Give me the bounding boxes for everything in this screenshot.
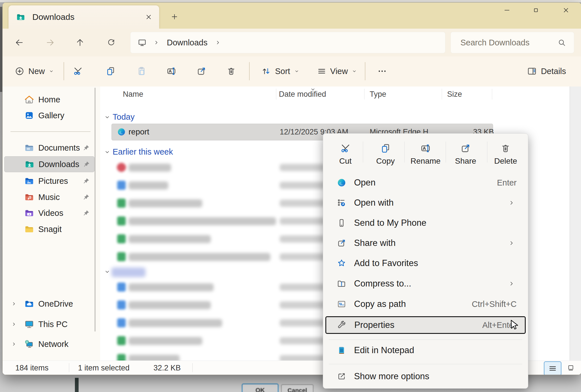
- details-view-toggle[interactable]: [544, 361, 561, 375]
- menu-item-label: Add to Favorites: [354, 258, 525, 268]
- up-button[interactable]: [72, 35, 88, 50]
- column-separator[interactable]: [442, 89, 442, 100]
- column-header-type[interactable]: Type: [370, 90, 386, 99]
- details-pane-icon: [527, 66, 537, 76]
- icons-view-toggle[interactable]: [563, 361, 579, 374]
- column-separator[interactable]: [276, 89, 276, 100]
- search-box[interactable]: Search Downloads: [451, 32, 574, 53]
- mouse-cursor: [507, 318, 520, 332]
- chevron-down-icon: [352, 69, 357, 74]
- edge-icon: [117, 127, 126, 137]
- background-dialog-artifact: [75, 378, 79, 392]
- delete-button[interactable]: [223, 56, 239, 86]
- sidebar-item-this-pc[interactable]: This PC: [4, 317, 94, 332]
- quick-action-copy[interactable]: Copy: [365, 138, 405, 171]
- menu-item-label: Copy as path: [354, 299, 472, 309]
- file-name-redacted: [129, 235, 211, 243]
- group-label: Today: [113, 112, 134, 122]
- copy-path-icon: [336, 299, 347, 309]
- cut-button[interactable]: [70, 56, 86, 86]
- view-button[interactable]: View: [313, 56, 361, 86]
- quick-action-share[interactable]: Share: [446, 138, 486, 171]
- menu-item-open[interactable]: OpenEnter: [326, 174, 525, 191]
- background-cancel-button[interactable]: Cancel: [281, 384, 313, 392]
- menu-item-copy-as-path[interactable]: Copy as pathCtrl+Shift+C: [326, 295, 525, 313]
- compress-icon: [336, 279, 347, 288]
- menu-divider: [329, 364, 522, 364]
- word-icon: [117, 283, 126, 292]
- details-pane-button[interactable]: Details: [520, 56, 573, 86]
- chevron-right-icon: [506, 240, 517, 246]
- breadcrumb-chevron-icon[interactable]: [215, 39, 221, 46]
- chevron-right-icon[interactable]: [11, 301, 17, 307]
- sidebar-item-pictures[interactable]: Pictures: [4, 173, 94, 189]
- rename-button[interactable]: [163, 56, 180, 86]
- sidebar-item-videos[interactable]: Videos: [4, 205, 94, 221]
- refresh-button[interactable]: [103, 35, 119, 50]
- file-icon-redacted: [117, 198, 126, 208]
- pdf-icon: [117, 163, 126, 172]
- tab-close-icon[interactable]: [142, 10, 155, 24]
- more-options-button[interactable]: [373, 56, 391, 86]
- menu-item-open-with[interactable]: Open with: [326, 194, 525, 212]
- chevron-down-icon[interactable]: [104, 269, 110, 275]
- pin-icon: [83, 193, 90, 201]
- back-button[interactable]: [11, 35, 27, 50]
- file-list-scrollbar[interactable]: [570, 87, 581, 361]
- menu-item-add-to-favorites[interactable]: Add to Favorites: [326, 254, 525, 272]
- breadcrumb-downloads[interactable]: Downloads: [167, 38, 207, 47]
- minimize-button[interactable]: [498, 4, 516, 17]
- show-more-icon: [336, 372, 347, 381]
- chevron-right-icon[interactable]: [11, 341, 17, 347]
- maximize-button[interactable]: [527, 4, 545, 17]
- quick-actions-separator: [487, 142, 487, 163]
- sidebar-item-snagit[interactable]: Snagit: [4, 222, 94, 237]
- menu-item-share-with[interactable]: Share with: [326, 234, 525, 252]
- tab-downloads[interactable]: Downloads: [9, 5, 159, 29]
- new-tab-button[interactable]: [167, 9, 182, 24]
- sidebar-item-downloads[interactable]: Downloads: [4, 156, 94, 172]
- breadcrumb-chevron-icon[interactable]: [153, 39, 159, 46]
- copy-button[interactable]: [102, 56, 119, 86]
- column-header-name[interactable]: Name: [123, 90, 143, 99]
- chevron-right-icon[interactable]: [11, 321, 17, 327]
- file-icon-redacted: [117, 300, 126, 310]
- sort-button[interactable]: Sort: [256, 56, 305, 86]
- sidebar-item-label: This PC: [38, 320, 68, 329]
- menu-item-properties[interactable]: PropertiesAlt+Enter: [325, 316, 526, 334]
- new-button[interactable]: New: [11, 56, 58, 86]
- forward-button[interactable]: [42, 35, 58, 50]
- menu-item-send-to-my-phone[interactable]: Send to My Phone: [326, 214, 525, 232]
- search-icon[interactable]: [557, 38, 566, 47]
- sidebar-item-gallery[interactable]: Gallery: [4, 108, 94, 123]
- sidebar-item-onedrive[interactable]: OneDrive: [4, 296, 94, 311]
- sidebar-item-documents[interactable]: Documents: [4, 140, 94, 155]
- menu-item-compress-to-[interactable]: Compress to...: [326, 275, 525, 292]
- group-header[interactable]: Today: [100, 110, 571, 123]
- menu-item-edit-in-notepad[interactable]: Edit in Notepad: [326, 342, 525, 359]
- pane-scrollbar[interactable]: [94, 88, 96, 332]
- quick-action-label: Cut: [339, 157, 352, 166]
- paste-button[interactable]: [133, 56, 150, 86]
- chevron-down-icon[interactable]: [104, 149, 110, 155]
- column-separator[interactable]: [364, 89, 365, 100]
- sidebar-item-network[interactable]: Network: [4, 336, 94, 352]
- background-ok-button[interactable]: OK: [242, 383, 279, 392]
- sidebar-item-music[interactable]: Music: [4, 189, 94, 205]
- file-icon-redacted: [117, 234, 126, 244]
- chevron-down-icon[interactable]: [104, 114, 110, 120]
- quick-action-delete[interactable]: Delete: [486, 138, 526, 171]
- quick-action-cut[interactable]: Cut: [325, 138, 365, 171]
- column-separator[interactable]: [492, 89, 492, 100]
- quick-action-rename[interactable]: Rename: [405, 138, 445, 171]
- column-header-size[interactable]: Size: [447, 90, 462, 99]
- share-button[interactable]: [193, 56, 210, 86]
- sidebar-item-home[interactable]: Home: [4, 92, 94, 107]
- menu-item-label: Open: [354, 178, 497, 188]
- context-menu: CutCopyRenameShareDeleteOpenEnterOpen wi…: [323, 133, 528, 389]
- address-bar[interactable]: Downloads: [130, 32, 445, 53]
- sidebar-item-label: Pictures: [38, 176, 68, 186]
- column-header-date-modified[interactable]: Date modified: [279, 90, 326, 99]
- close-button[interactable]: [557, 4, 575, 17]
- menu-item-show-more-options[interactable]: Show more options: [326, 368, 525, 385]
